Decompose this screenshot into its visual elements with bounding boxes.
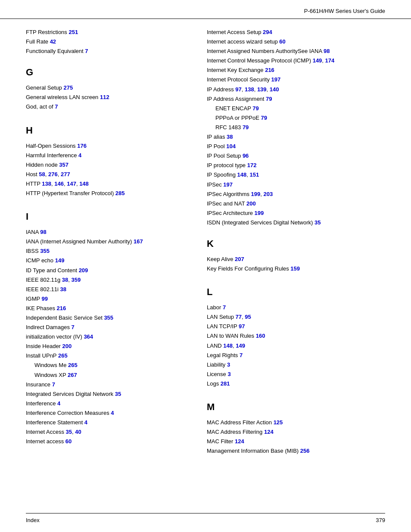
index-link[interactable]: 38	[62, 277, 68, 283]
index-link[interactable]: 60	[65, 438, 72, 445]
index-link[interactable]: 199	[255, 210, 264, 216]
index-link[interactable]: 99	[42, 296, 48, 302]
page-header: P-661H/HW Series User's Guide	[0, 0, 411, 19]
index-link[interactable]: 359	[72, 277, 81, 283]
index-link[interactable]: 97	[239, 323, 245, 330]
index-link[interactable]: 7	[85, 48, 88, 54]
index-link[interactable]: 294	[263, 29, 272, 35]
index-link[interactable]: 7	[223, 304, 226, 311]
index-link[interactable]: 355	[104, 314, 113, 321]
index-link[interactable]: 197	[223, 181, 233, 188]
index-link[interactable]: 79	[261, 115, 267, 121]
index-link[interactable]: 148	[237, 171, 247, 178]
index-link[interactable]: 172	[247, 162, 257, 168]
index-link[interactable]: 267	[68, 372, 77, 378]
index-link[interactable]: 79	[266, 96, 272, 102]
index-link[interactable]: 256	[300, 448, 310, 454]
index-link[interactable]: 200	[62, 343, 72, 349]
index-entry: Integrated Services Digital Network 35	[26, 389, 190, 399]
index-link[interactable]: 96	[243, 152, 249, 159]
index-link[interactable]: 7	[55, 103, 58, 110]
index-link[interactable]: 147	[67, 180, 76, 187]
index-entry: IEEE 802.11i 38	[26, 285, 190, 294]
index-link[interactable]: 98	[324, 48, 330, 54]
index-link[interactable]: 79	[252, 105, 258, 112]
index-link[interactable]: 203	[264, 191, 273, 197]
index-entry: IANA (Internet Assigned Number Authority…	[26, 237, 190, 246]
index-link[interactable]: 355	[40, 248, 50, 254]
index-link[interactable]: 40	[75, 429, 81, 435]
index-link[interactable]: 97	[235, 86, 241, 93]
index-link[interactable]: 149	[236, 342, 245, 349]
index-link[interactable]: 4	[78, 152, 81, 159]
index-link[interactable]: 160	[256, 333, 265, 339]
index-link[interactable]: 42	[50, 38, 56, 45]
index-link[interactable]: 151	[250, 171, 259, 178]
index-link[interactable]: 148	[223, 342, 233, 349]
index-link[interactable]: 149	[55, 257, 65, 264]
index-link[interactable]: 139	[257, 86, 267, 93]
index-link[interactable]: 95	[245, 314, 251, 320]
index-link[interactable]: 251	[68, 29, 78, 35]
index-link[interactable]: 138	[42, 180, 51, 187]
entry-text: Functionally Equivalent	[26, 48, 85, 54]
index-link[interactable]: 199	[251, 191, 261, 197]
index-link[interactable]: 140	[270, 86, 279, 93]
index-link[interactable]: 285	[115, 190, 125, 196]
index-link[interactable]: 281	[221, 380, 230, 387]
index-link[interactable]: 149	[313, 57, 322, 64]
index-link[interactable]: 364	[84, 333, 93, 340]
index-link[interactable]: 167	[134, 238, 143, 245]
index-link[interactable]: 7	[240, 352, 243, 358]
index-link[interactable]: 197	[271, 76, 281, 83]
entry-text: MAC Address Filter Action	[207, 419, 274, 426]
index-link[interactable]: 7	[52, 381, 55, 388]
index-entry: Functionally Equivalent 7	[26, 47, 190, 56]
index-link[interactable]: 216	[265, 67, 274, 73]
index-link[interactable]: 265	[58, 352, 68, 359]
index-link[interactable]: 124	[264, 429, 274, 435]
index-entry: Key Fields For Configuring Rules 159	[207, 264, 385, 274]
index-link[interactable]: 3	[227, 371, 230, 377]
index-link[interactable]: 38	[60, 286, 66, 292]
index-link[interactable]: 277	[61, 171, 70, 177]
index-link[interactable]: 276	[48, 171, 58, 177]
index-link[interactable]: 207	[235, 256, 244, 262]
index-link[interactable]: 112	[100, 94, 109, 100]
index-link[interactable]: 124	[235, 438, 244, 445]
index-link[interactable]: 35	[314, 219, 321, 226]
index-link[interactable]: 265	[68, 362, 78, 368]
index-link[interactable]: 4	[57, 400, 60, 407]
entry-text: Internet Protocol Security	[207, 76, 271, 83]
index-link[interactable]: 200	[246, 200, 256, 207]
index-link[interactable]: 104	[226, 143, 236, 149]
index-link[interactable]: 4	[111, 410, 114, 416]
index-link[interactable]: 159	[290, 265, 300, 272]
index-entry: HTTP (Hypertext Transfer Protocol) 285	[26, 189, 190, 198]
index-link[interactable]: 4	[84, 419, 87, 426]
index-link[interactable]: 146	[54, 180, 64, 187]
index-link[interactable]: 3	[227, 361, 230, 368]
index-link[interactable]: 176	[77, 143, 87, 149]
index-link[interactable]: 60	[279, 38, 285, 45]
index-link[interactable]: 77	[236, 314, 242, 320]
index-link[interactable]: 125	[274, 419, 283, 426]
index-link[interactable]: 58	[39, 171, 45, 177]
index-link[interactable]: 138	[245, 86, 254, 93]
index-link[interactable]: 79	[243, 124, 249, 131]
index-link[interactable]: 35	[66, 429, 72, 435]
index-entry: HTTP 138, 146, 147, 148	[26, 179, 190, 189]
section-letter: G	[26, 67, 190, 78]
index-link[interactable]: 7	[72, 324, 75, 330]
index-link[interactable]: 38	[227, 134, 233, 140]
index-link[interactable]: 174	[325, 57, 335, 64]
index-link[interactable]: 357	[59, 162, 68, 168]
index-link[interactable]: 216	[57, 305, 66, 311]
index-link[interactable]: 209	[79, 267, 88, 274]
index-link[interactable]: 148	[79, 180, 89, 187]
index-link[interactable]: 275	[63, 84, 73, 91]
entry-text: IP Pool	[207, 143, 226, 149]
index-link[interactable]: 98	[40, 229, 46, 235]
index-link[interactable]: 35	[115, 391, 121, 397]
index-entry: Internet access wizard setup 60	[207, 37, 385, 47]
